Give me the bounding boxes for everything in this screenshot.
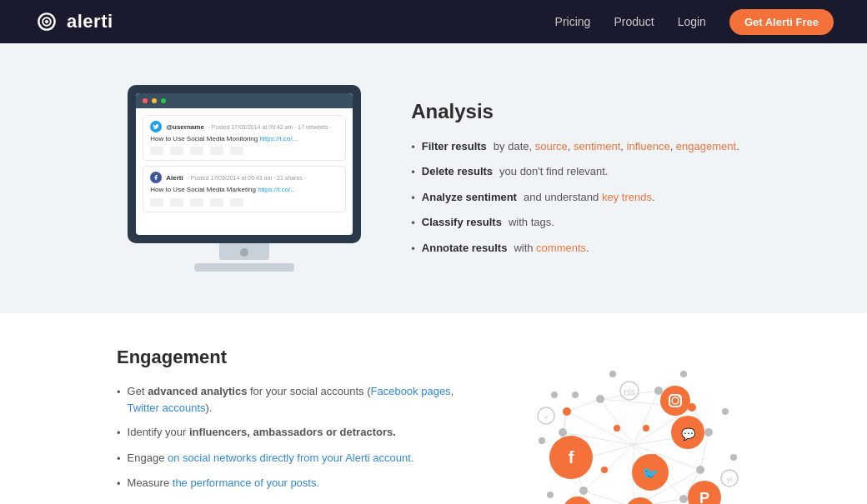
svg-text:f: f xyxy=(569,448,574,467)
analysis-list: Filter results by date, source, sentimen… xyxy=(411,138,739,257)
svg-text:💬: 💬 xyxy=(681,427,696,442)
logo-text: alerti xyxy=(67,11,113,32)
tweet-actions-1 xyxy=(150,147,338,155)
svg-text:🐦: 🐦 xyxy=(642,466,659,482)
engagement-text-3: Engage on social networks directly from … xyxy=(128,450,414,467)
dot-yellow xyxy=(152,98,157,103)
action-btn xyxy=(210,198,223,207)
svg-point-43 xyxy=(547,492,554,498)
analysis-bold-1: Filter results xyxy=(422,138,487,155)
action-btn xyxy=(230,198,243,207)
engagement-text: Engagement Get advanced analytics for yo… xyxy=(117,347,467,504)
engagement-text-4: Measure the performance of your posts. xyxy=(128,475,320,492)
svg-point-37 xyxy=(559,428,567,437)
svg-point-2 xyxy=(45,20,48,23)
svg-point-35 xyxy=(579,487,588,495)
svg-text:P: P xyxy=(699,490,709,504)
engagement-item-4: Measure the performance of your posts. xyxy=(117,475,467,492)
monitor-title-bar xyxy=(136,93,353,108)
svg-point-39 xyxy=(722,408,729,415)
engagement-item-1: Get advanced analytics for your social a… xyxy=(117,383,467,416)
svg-point-47 xyxy=(680,371,687,377)
twitter-avatar-1 xyxy=(150,121,162,132)
svg-point-61 xyxy=(660,386,690,416)
tweet-actions-2 xyxy=(150,198,338,207)
monitor-frame: @username · Posted 17/03/2014 at 09:42 a… xyxy=(128,85,361,243)
svg-text:rss: rss xyxy=(624,387,634,397)
monitor-stand xyxy=(219,243,269,260)
nav-product[interactable]: Product xyxy=(614,15,654,28)
svg-line-14 xyxy=(567,399,600,412)
action-btn xyxy=(230,147,243,155)
engagement-item-3: Engage on social networks directly from … xyxy=(117,450,467,467)
analysis-item-1: Filter results by date, source, sentimen… xyxy=(411,138,739,156)
svg-point-33 xyxy=(696,466,704,474)
monitor-screen: @username · Posted 17/03/2014 at 09:42 a… xyxy=(136,93,353,235)
analysis-item-3: Analyze sentiment and understand key tre… xyxy=(411,189,739,207)
nav-pricing[interactable]: Pricing xyxy=(555,15,591,28)
analysis-bold-2: Delete results xyxy=(422,163,493,180)
svg-text:yt: yt xyxy=(727,476,733,483)
analysis-section: @username · Posted 17/03/2014 at 09:42 a… xyxy=(0,43,867,313)
svg-point-34 xyxy=(679,495,688,503)
tweet-header-1: @username · Posted 17/03/2014 at 09:42 a… xyxy=(150,121,338,132)
analysis-title: Analysis xyxy=(411,100,739,123)
analysis-text: Analysis Filter results by date, source,… xyxy=(411,100,739,257)
svg-text:v: v xyxy=(544,413,548,421)
analysis-item-5: Annotate results with comments. xyxy=(411,240,739,257)
svg-point-54 xyxy=(614,425,620,432)
tweet-header-2: Alerti · Posted 17/03/2014 at 09:43 am ·… xyxy=(150,172,338,183)
svg-point-38 xyxy=(572,392,579,398)
tweet-time-1: · Posted 17/03/2014 at 09:42 am · 17 ret… xyxy=(208,124,332,130)
analysis-bold-5: Annotate results xyxy=(422,240,508,257)
svg-point-30 xyxy=(596,395,604,403)
analysis-item-4: Classify results with tags. xyxy=(411,214,739,232)
svg-point-45 xyxy=(551,392,558,398)
tweet-username-1: @username xyxy=(166,123,204,131)
monitor-base xyxy=(194,263,294,272)
engagement-title: Engagement xyxy=(117,347,467,368)
monitor-stand-dot xyxy=(240,248,248,257)
analysis-text-4: with tags. xyxy=(509,214,554,231)
logo: alerti xyxy=(33,8,113,35)
tweet-text-1: How to Use Social Media Monitoring https… xyxy=(150,135,338,143)
social-svg: f 🐦 P t 💬 rss xyxy=(517,349,750,504)
svg-line-21 xyxy=(584,491,634,504)
svg-point-32 xyxy=(704,428,713,437)
engagement-section: Engagement Get advanced analytics for yo… xyxy=(0,313,867,504)
svg-point-31 xyxy=(654,387,663,395)
action-btn xyxy=(170,198,183,207)
engagement-text-2: Identify your influencers, ambassadors o… xyxy=(128,424,396,441)
svg-point-40 xyxy=(730,454,737,461)
tweet-username-2: Alerti xyxy=(166,174,183,182)
cta-button[interactable]: Get Alerti Free xyxy=(729,9,834,35)
tweet-card-1: @username · Posted 17/03/2014 at 09:42 a… xyxy=(143,115,346,161)
engagement-text-5: Identify your content generating most en… xyxy=(128,501,378,505)
action-btn xyxy=(190,147,203,155)
analysis-text-1: by date, source, sentiment, influence, e… xyxy=(494,138,739,155)
engagement-list: Get advanced analytics for your social a… xyxy=(117,383,467,504)
tweet-text-2: How to Use Social Media Marketing https:… xyxy=(150,186,338,194)
dot-green xyxy=(161,98,166,103)
action-btn xyxy=(190,198,203,207)
engagement-item-2: Identify your influencers, ambassadors o… xyxy=(117,424,467,442)
svg-point-46 xyxy=(609,371,616,377)
nav-login[interactable]: Login xyxy=(678,15,706,28)
tweet-time-2: · Posted 17/03/2014 at 09:43 am · 21 sha… xyxy=(188,175,306,181)
action-btn xyxy=(150,147,163,155)
engagement-item-5: Identify your content generating most en… xyxy=(117,501,467,505)
dot-red xyxy=(143,98,148,103)
monitor-mockup: @username · Posted 17/03/2014 at 09:42 a… xyxy=(128,85,361,272)
svg-point-65 xyxy=(625,497,655,504)
svg-point-67 xyxy=(563,497,593,504)
social-network-graphic: f 🐦 P t 💬 rss xyxy=(517,349,750,504)
svg-point-53 xyxy=(643,425,649,432)
svg-point-44 xyxy=(539,437,545,444)
analysis-bold-4: Classify results xyxy=(422,214,502,231)
header: alerti Pricing Product Login Get Alerti … xyxy=(0,0,867,43)
analysis-text-5: with comments. xyxy=(514,240,589,257)
svg-line-4 xyxy=(600,399,634,445)
tweet-card-2: Alerti · Posted 17/03/2014 at 09:43 am ·… xyxy=(143,166,346,212)
logo-icon xyxy=(33,8,60,35)
svg-point-52 xyxy=(601,467,608,473)
